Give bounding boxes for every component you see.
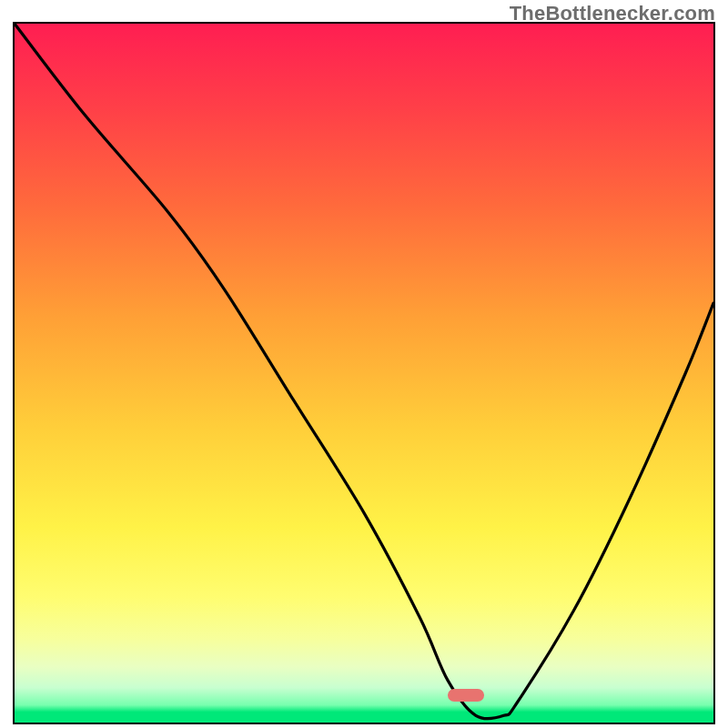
chart-frame bbox=[13, 22, 715, 724]
curve-path bbox=[15, 24, 713, 719]
optimal-marker bbox=[448, 689, 484, 702]
bottleneck-curve bbox=[15, 24, 713, 723]
